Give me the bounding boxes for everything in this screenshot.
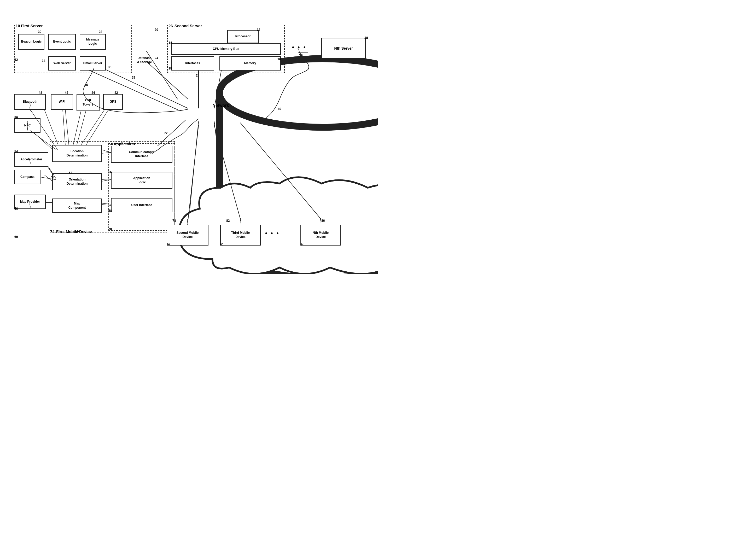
first-mobile-60: 60 <box>14 235 18 239</box>
network-num: 40 <box>278 107 281 111</box>
map-comp-box: MapComponent <box>52 199 102 213</box>
first-mobile-num: 74 <box>50 229 55 234</box>
comm-interface-box: CommunicatopmInterface <box>111 146 172 163</box>
interfaces-num: 18 <box>168 67 172 70</box>
wifi-num: 46 <box>65 91 68 95</box>
second-mobile-wavy: 78 <box>172 219 176 223</box>
gps-num: 42 <box>114 91 118 95</box>
network-num-36: 36 <box>84 83 88 87</box>
second-server-title: Second Server <box>175 24 202 28</box>
database-container <box>133 31 159 57</box>
gps-box: GPS <box>103 94 123 110</box>
accelerometer-num: 54 <box>14 150 18 153</box>
processor-num: 12 <box>257 28 260 32</box>
bluetooth-box: Bluetooth <box>14 94 46 110</box>
accelerometer-box: Accelerometer <box>14 152 48 167</box>
app-logic-box: ApplicationLogic <box>111 172 172 189</box>
server-dots: • • • <box>292 44 306 51</box>
first-server-label: 10 <box>16 24 20 28</box>
nth-mobile-wavy: 86 <box>321 219 325 223</box>
processor-box: Processor <box>227 30 259 43</box>
svg-line-9 <box>240 120 274 227</box>
second-server-22: 22 <box>196 74 199 77</box>
memory-box: Memory <box>219 56 281 71</box>
nth-server-num: 38 <box>364 36 368 40</box>
user-interface-num: 68 <box>108 209 112 213</box>
num-32: 32 <box>14 58 18 62</box>
database-num-top: 20 <box>155 28 158 32</box>
email-server-box: Email Server <box>80 56 106 71</box>
network-cloud: Network <box>162 93 280 127</box>
num-70: 70 <box>108 227 112 231</box>
svg-line-7 <box>188 121 199 227</box>
message-logic-box: MessageLogic <box>80 34 106 50</box>
beacon-logic-num: 30 <box>38 30 41 34</box>
nth-server-box: Nth Server <box>321 38 366 59</box>
wifi-box: WiFi <box>51 94 73 110</box>
orientation-det-num: 52 <box>69 171 72 175</box>
network-num-72: 72 <box>164 131 167 135</box>
num-58: 58 <box>51 176 54 179</box>
web-server-box: Web Server <box>48 56 76 71</box>
nth-server-wavy: 39 <box>299 54 303 57</box>
first-mobile-title: First Mobile Device <box>56 229 92 234</box>
cpu-bus-num: 14 <box>168 41 172 45</box>
database-num: 24 <box>155 56 158 60</box>
cell-towers-box: CellTowers <box>77 94 100 111</box>
memory-num: 16 <box>277 57 281 61</box>
third-mobile-num: 80 <box>220 243 223 246</box>
map-provider-box: Map Provider <box>14 195 46 209</box>
svg-line-28 <box>214 125 240 219</box>
app-num: 64 <box>108 142 113 146</box>
nth-mobile-num: 84 <box>300 243 304 246</box>
app-title: Application <box>114 142 135 146</box>
svg-line-36 <box>81 110 104 145</box>
mobile-dots: • • • <box>265 230 280 237</box>
second-mobile-num: 76 <box>167 243 170 246</box>
user-interface-box: User Interface <box>111 198 172 212</box>
third-mobile-box: Third MobileDevice <box>220 225 261 246</box>
app-logic-num: 66 <box>108 170 112 174</box>
nfc-box: NFC <box>14 118 40 133</box>
first-server-title: First Server <box>21 24 43 28</box>
bluetooth-num: 48 <box>39 91 42 95</box>
cell-towers-num: 44 <box>91 91 95 95</box>
svg-line-27 <box>188 125 199 219</box>
second-server-num: 26 <box>168 24 173 28</box>
web-server-num: 34 <box>42 59 45 63</box>
event-logic-box: Event Logic <box>48 34 76 50</box>
email-server-num: 35 <box>108 65 111 69</box>
nfc-num: 50 <box>14 116 18 119</box>
third-mobile-wavy: 82 <box>226 219 230 223</box>
first-mobile-62: 62 <box>77 229 80 233</box>
second-mobile-box: Second MobileDevice <box>167 225 208 246</box>
orientation-det-box: OrientationDetermination <box>52 173 102 190</box>
interfaces-box: Interfaces <box>171 56 214 71</box>
map-provider-num: 56 <box>14 207 18 211</box>
compass-box: Compass <box>14 170 40 184</box>
svg-line-34 <box>63 110 65 145</box>
beacon-logic-box: Beacon Logic <box>18 34 44 50</box>
svg-line-10 <box>261 119 334 227</box>
network-num-37: 37 <box>132 76 135 79</box>
message-logic-num: 28 <box>99 30 102 34</box>
nth-mobile-box: Nth MobileDevice <box>300 225 341 246</box>
svg-line-8 <box>214 121 227 227</box>
svg-line-35 <box>73 111 81 145</box>
svg-line-29 <box>240 123 321 219</box>
cpu-bus-box: CPU-Memory Bus <box>171 43 281 55</box>
location-det-box: LocationDetermination <box>52 145 102 162</box>
